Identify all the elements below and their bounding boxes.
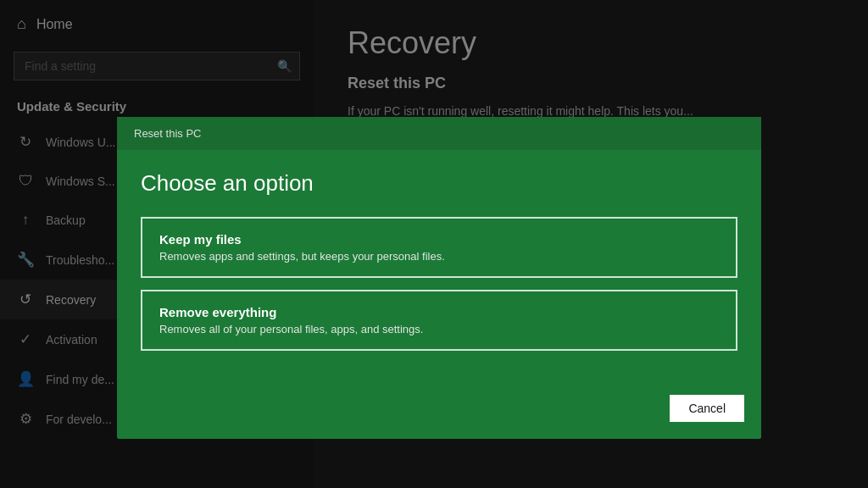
dialog-header-title: Reset this PC (134, 127, 201, 140)
dialog-footer: Cancel (117, 386, 761, 439)
dialog-header: Reset this PC (117, 117, 761, 150)
remove-everything-desc: Removes all of your personal files, apps… (159, 323, 719, 336)
dialog-heading: Choose an option (141, 170, 737, 197)
keep-files-desc: Removes apps and settings, but keeps you… (159, 250, 719, 263)
remove-everything-title: Remove everything (159, 305, 719, 319)
reset-dialog: Reset this PC Choose an option Keep my f… (117, 117, 761, 439)
keep-files-option[interactable]: Keep my files Removes apps and settings,… (141, 217, 737, 278)
cancel-button[interactable]: Cancel (670, 395, 744, 422)
remove-everything-option[interactable]: Remove everything Removes all of your pe… (141, 290, 737, 351)
dialog-body: Choose an option Keep my files Removes a… (117, 150, 761, 386)
keep-files-title: Keep my files (159, 232, 719, 247)
